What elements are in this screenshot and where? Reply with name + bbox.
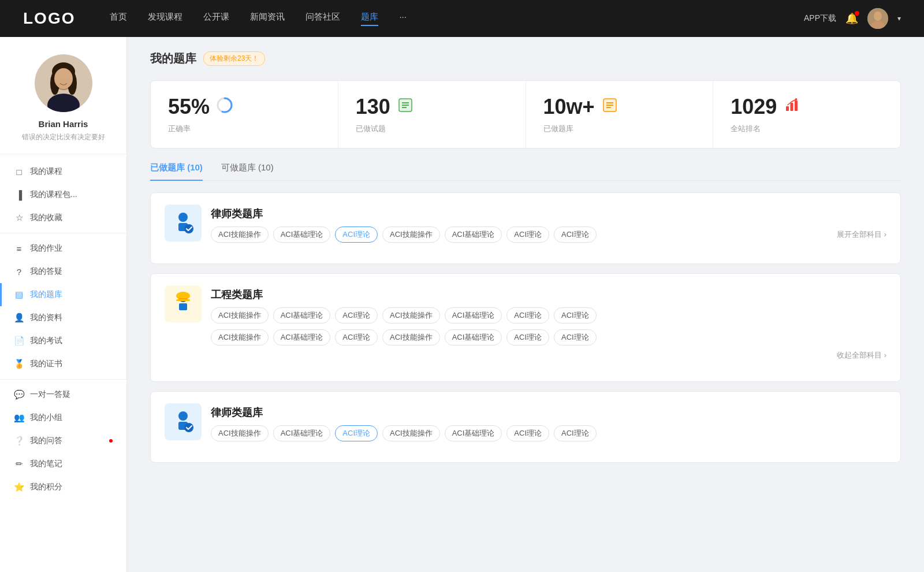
tag-lawyer-1-6[interactable]: ACI理论 bbox=[506, 226, 549, 243]
page-header: 我的题库 体验剩余23天！ bbox=[150, 51, 901, 66]
qbank-label: 我的题库 bbox=[30, 289, 62, 300]
tag-eng-1-6[interactable]: ACI理论 bbox=[506, 307, 549, 324]
tag-lawyer-1-2[interactable]: ACI基础理论 bbox=[273, 226, 331, 243]
tag-lawyer-2-2[interactable]: ACI基础理论 bbox=[273, 425, 331, 441]
sidebar-item-exam[interactable]: 📄 我的考试 bbox=[0, 329, 126, 352]
tag-eng-1-3[interactable]: ACI理论 bbox=[335, 307, 378, 324]
notification-dot bbox=[855, 11, 859, 16]
tag-lawyer-2-4[interactable]: ACI技能操作 bbox=[382, 425, 440, 441]
tab-available[interactable]: 可做题库 (10) bbox=[221, 162, 274, 180]
tab-done[interactable]: 已做题库 (10) bbox=[150, 162, 203, 180]
user-menu-chevron[interactable]: ▾ bbox=[897, 14, 901, 23]
sidebar-item-tutoring[interactable]: 💬 一对一答疑 bbox=[0, 383, 126, 406]
tag-eng-1-5[interactable]: ACI基础理论 bbox=[445, 307, 502, 324]
app-download-link[interactable]: APP下载 bbox=[804, 13, 836, 24]
nav-more[interactable]: ··· bbox=[399, 12, 407, 26]
tag-lawyer-2-1[interactable]: ACI技能操作 bbox=[211, 425, 269, 441]
stat-done-questions-top: 130 bbox=[356, 95, 413, 119]
nav-right: APP下载 🔔 ▾ bbox=[804, 8, 901, 29]
tag-eng-2-3[interactable]: ACI理论 bbox=[335, 329, 378, 346]
sidebar-item-my-courses[interactable]: □ 我的课程 bbox=[0, 160, 126, 183]
collapse-engineer[interactable]: 收起全部科目 › bbox=[837, 350, 886, 361]
svg-rect-31 bbox=[179, 303, 187, 310]
tag-lawyer-2-5[interactable]: ACI基础理论 bbox=[445, 425, 502, 441]
tag-eng-2-5[interactable]: ACI基础理论 bbox=[445, 329, 502, 346]
stat-accuracy: 55% 正确率 bbox=[151, 81, 338, 148]
sidebar-item-course-packages[interactable]: ▐ 我的课程包... bbox=[0, 183, 126, 206]
nav-discover[interactable]: 发现课程 bbox=[148, 12, 182, 26]
svg-point-26 bbox=[795, 98, 798, 101]
qbank-header-lawyer-1: 律师类题库 ACI技能操作 ACI基础理论 ACI理论 ACI技能操作 ACI基… bbox=[165, 205, 886, 243]
sidebar-item-notes[interactable]: ✏ 我的笔记 bbox=[0, 452, 126, 476]
qbank-tabs: 已做题库 (10) 可做题库 (10) bbox=[150, 162, 901, 181]
navigation: LOGO 首页 发现课程 公开课 新闻资讯 问答社区 题库 ··· APP下载 … bbox=[0, 0, 924, 37]
svg-point-10 bbox=[54, 68, 73, 89]
svg-rect-23 bbox=[786, 106, 789, 111]
page-layout: Brian Harris 错误的决定比没有决定要好 □ 我的课程 ▐ 我的课程包… bbox=[0, 37, 924, 572]
exam-icon: 📄 bbox=[14, 336, 24, 346]
tag-eng-1-7[interactable]: ACI理论 bbox=[554, 307, 597, 324]
tag-eng-1-2[interactable]: ACI基础理论 bbox=[273, 307, 331, 324]
sidebar-item-my-qa[interactable]: ❔ 我的问答 bbox=[0, 429, 126, 452]
tag-lawyer-2-7[interactable]: ACI理论 bbox=[554, 425, 597, 441]
qbank-icon-engineer bbox=[165, 285, 202, 322]
user-avatar[interactable] bbox=[867, 8, 888, 29]
tag-lawyer-2-6[interactable]: ACI理论 bbox=[506, 425, 549, 441]
sidebar-item-favorites[interactable]: ☆ 我的收藏 bbox=[0, 206, 126, 229]
stat-ranking: 1029 全站排名 bbox=[713, 81, 900, 148]
notification-bell[interactable]: 🔔 bbox=[845, 12, 858, 25]
stat-ranking-label: 全站排名 bbox=[731, 124, 761, 134]
favorites-icon: ☆ bbox=[14, 213, 24, 223]
qbank-icon-lawyer-2 bbox=[165, 403, 202, 440]
stat-ranking-top: 1029 bbox=[731, 95, 800, 119]
tag-lawyer-1-4[interactable]: ACI技能操作 bbox=[382, 226, 440, 243]
stat-done-questions-label: 已做试题 bbox=[356, 124, 386, 134]
tag-eng-2-1[interactable]: ACI技能操作 bbox=[211, 329, 269, 346]
my-courses-label: 我的课程 bbox=[30, 166, 62, 177]
qbank-icon-lawyer-1 bbox=[165, 205, 202, 242]
sidebar-item-homework[interactable]: ≡ 我的作业 bbox=[0, 237, 126, 260]
stat-done-banks: 10w+ 已做题库 bbox=[526, 81, 714, 148]
tag-eng-2-4[interactable]: ACI技能操作 bbox=[382, 329, 440, 346]
nav-open[interactable]: 公开课 bbox=[203, 12, 229, 26]
logo: LOGO bbox=[23, 9, 75, 28]
tag-eng-2-2[interactable]: ACI基础理论 bbox=[273, 329, 331, 346]
my-qa-label: 我的问答 bbox=[30, 436, 62, 446]
tag-lawyer-1-3[interactable]: ACI理论 bbox=[335, 226, 378, 243]
tag-eng-1-4[interactable]: ACI技能操作 bbox=[382, 307, 440, 324]
sidebar-item-certificate[interactable]: 🏅 我的证书 bbox=[0, 352, 126, 376]
tag-eng-1-1[interactable]: ACI技能操作 bbox=[211, 307, 269, 324]
sidebar-item-profile[interactable]: 👤 我的资料 bbox=[0, 306, 126, 329]
lawyer-icon-1 bbox=[170, 210, 196, 236]
tag-lawyer-1-1[interactable]: ACI技能操作 bbox=[211, 226, 269, 243]
nav-qa[interactable]: 问答社区 bbox=[305, 12, 340, 26]
tag-lawyer-2-3[interactable]: ACI理论 bbox=[335, 425, 378, 441]
user-profile: Brian Harris 错误的决定比没有决定要好 bbox=[0, 37, 126, 154]
points-label: 我的积分 bbox=[30, 482, 62, 492]
sidebar-item-group[interactable]: 👥 我的小组 bbox=[0, 406, 126, 429]
svg-rect-25 bbox=[795, 101, 798, 111]
svg-point-35 bbox=[178, 411, 188, 421]
nav-qbank[interactable]: 题库 bbox=[361, 12, 378, 26]
lawyer-icon-2 bbox=[170, 409, 196, 434]
tag-eng-2-7[interactable]: ACI理论 bbox=[554, 329, 597, 346]
sidebar-item-points[interactable]: ⭐ 我的积分 bbox=[0, 476, 126, 499]
expand-lawyer-1[interactable]: 展开全部科目 › bbox=[837, 229, 886, 240]
homework-icon: ≡ bbox=[14, 244, 24, 254]
stat-done-banks-value: 10w+ bbox=[543, 95, 595, 119]
nav-home[interactable]: 首页 bbox=[110, 12, 127, 26]
stat-ranking-icon bbox=[784, 97, 800, 117]
qbank-header-lawyer-2: 律师类题库 ACI技能操作 ACI基础理论 ACI理论 ACI技能操作 ACI基… bbox=[165, 403, 886, 441]
sidebar-item-questions[interactable]: ? 我的答疑 bbox=[0, 260, 126, 283]
tag-eng-2-6[interactable]: ACI理论 bbox=[506, 329, 549, 346]
notes-icon: ✏ bbox=[14, 459, 24, 469]
nav-news[interactable]: 新闻资讯 bbox=[250, 12, 285, 26]
tag-lawyer-1-7[interactable]: ACI理论 bbox=[554, 226, 597, 243]
qbank-info-lawyer-1: 律师类题库 ACI技能操作 ACI基础理论 ACI理论 ACI技能操作 ACI基… bbox=[211, 205, 886, 243]
stat-done-questions: 130 已做试题 bbox=[338, 81, 526, 148]
qbank-title-lawyer-1: 律师类题库 bbox=[211, 205, 886, 221]
sidebar-item-qbank[interactable]: ▤ 我的题库 bbox=[0, 283, 126, 306]
stat-done-banks-icon bbox=[602, 97, 618, 117]
tutoring-icon: 💬 bbox=[14, 389, 24, 400]
tag-lawyer-1-5[interactable]: ACI基础理论 bbox=[445, 226, 502, 243]
